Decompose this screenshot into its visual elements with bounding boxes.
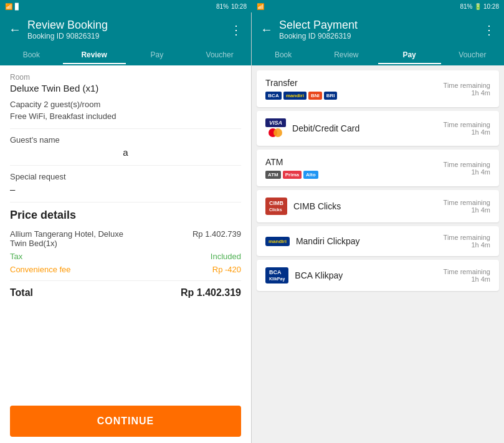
payment-name-card: Debit/Credit Card	[292, 123, 359, 133]
header-title-group-left: Review Booking Booking ID 90826319	[27, 19, 224, 40]
total-label: Total	[10, 287, 33, 298]
divider-3	[10, 202, 241, 202]
atm-logo: ATM	[265, 171, 281, 179]
guest-name-value: a	[10, 147, 241, 158]
payment-item-left-bca: BCAKlikPay BCA Klikpay	[265, 267, 343, 283]
time-left: 10:28	[231, 3, 247, 10]
payment-item-left-transfer: Transfer BCA mandiri BNI BRI	[265, 78, 337, 100]
payment-list: Transfer BCA mandiri BNI BRI Time remain…	[252, 65, 504, 443]
time-value-cimb: 1h 4m	[444, 206, 490, 214]
payment-name-cimb: CIMB Clicks	[293, 201, 341, 211]
battery-left: 81%	[216, 3, 229, 10]
time-label-cimb: Time remaining	[444, 199, 490, 206]
breadcrumb-pay-left: Pay	[126, 47, 189, 64]
time-value-bca: 1h 4m	[444, 275, 490, 283]
breadcrumb-review-left: Review	[63, 47, 126, 64]
right-header: ← Select Payment Booking ID 90826319 ⋮	[252, 12, 504, 47]
payment-item-transfer[interactable]: Transfer BCA mandiri BNI BRI Time remain…	[257, 70, 499, 107]
total-value: Rp 1.402.319	[181, 287, 241, 298]
payment-item-left-mandiri: mandiri Mandiri Clickpay	[265, 236, 360, 246]
card-logos: VISA	[265, 118, 286, 138]
bca-logo: BCA	[265, 92, 282, 100]
payment-time-atm: Time remaining 1h 4m	[444, 161, 490, 176]
continue-button-container: CONTINUE	[0, 399, 251, 443]
left-header-subtitle: Booking ID 90826319	[27, 32, 224, 40]
status-bar-right-left: 81% 10:28	[216, 3, 247, 10]
left-breadcrumb: Book Review Pay Voucher	[0, 47, 251, 65]
time-label-transfer: Time remaining	[444, 82, 490, 89]
special-request-label: Special request	[10, 172, 241, 181]
payment-time-cimb: Time remaining 1h 4m	[444, 199, 490, 214]
payment-item-left-card: VISA Debit/Credit Card	[265, 118, 359, 138]
cimb-logo: CIMBClicks	[265, 198, 287, 215]
time-value-atm: 1h 4m	[444, 168, 490, 176]
signal-icon: 📶	[5, 3, 12, 10]
payment-name-transfer: Transfer	[265, 78, 337, 88]
right-header-subtitle: Booking ID 90826319	[279, 32, 477, 40]
room-capacity: Capacity 2 guest(s)/room	[10, 100, 241, 109]
price-row-1: Tax Included	[10, 252, 241, 261]
bni-logo: BNI	[308, 92, 322, 100]
payment-item-mandiri[interactable]: mandiri Mandiri Clickpay Time remaining …	[257, 226, 499, 256]
time-label-bca: Time remaining	[444, 268, 490, 275]
status-bar-right-right: Select Payment 81% 🔋 10:28	[460, 3, 499, 10]
bca-klik-logo: BCAKlikPay	[265, 267, 288, 283]
payment-logos-atm: ATM Prima Alto	[265, 171, 318, 179]
status-bar-left-right: 📶	[257, 3, 264, 10]
left-header-title: Review Booking	[27, 19, 224, 32]
header-title-group-right: Select Payment Booking ID 90826319	[279, 19, 477, 40]
divider-2	[10, 165, 241, 166]
continue-button[interactable]: CONTINUE	[10, 406, 241, 437]
breadcrumb-review-right: Review	[315, 47, 378, 64]
payment-item-left-cimb: CIMBClicks CIMB Clicks	[265, 198, 341, 215]
back-button-left[interactable]: ←	[9, 22, 21, 37]
breadcrumb-book-right: Book	[252, 47, 315, 64]
room-name: Deluxe Twin Bed (x1)	[10, 83, 241, 93]
wifi-icon: ▊	[15, 3, 20, 10]
payment-logos-transfer: BCA mandiri BNI BRI	[265, 92, 337, 100]
payment-item-card[interactable]: VISA Debit/Credit Card Time remaining 1h…	[257, 111, 499, 146]
payment-item-cimb[interactable]: CIMBClicks CIMB Clicks Time remaining 1h…	[257, 190, 499, 222]
bri-logo: BRI	[324, 92, 338, 100]
time-value-card: 1h 4m	[444, 128, 490, 136]
payment-item-left-atm: ATM ATM Prima Alto	[265, 157, 318, 179]
payment-item-atm[interactable]: ATM ATM Prima Alto Time remaining 1h 4m	[257, 150, 499, 186]
time-label-atm: Time remaining	[444, 161, 490, 168]
right-breadcrumb: Book Review Pay Voucher	[252, 47, 504, 65]
payment-name-atm: ATM	[265, 157, 318, 167]
payment-item-bca[interactable]: BCAKlikPay BCA Klikpay Time remaining 1h…	[257, 260, 499, 291]
mc-logo	[269, 128, 283, 138]
breadcrumb-pay-right: Pay	[378, 47, 441, 64]
payment-time-card: Time remaining 1h 4m	[444, 121, 490, 136]
price-row-0: Allium Tangerang Hotel, Deluxe Twin Bed(…	[10, 229, 241, 248]
divider-1	[10, 128, 241, 129]
time-value-mandiri: 1h 4m	[444, 241, 490, 249]
payment-name-bca: BCA Klikpay	[295, 270, 343, 280]
more-menu-left[interactable]: ⋮	[230, 22, 242, 37]
time-label-card: Time remaining	[444, 121, 490, 128]
payment-name-mandiri: Mandiri Clickpay	[296, 236, 360, 246]
mandiri-logo: mandiri	[283, 92, 307, 100]
payment-time-bca: Time remaining 1h 4m	[444, 268, 490, 283]
left-content: Room Deluxe Twin Bed (x1) Capacity 2 gue…	[0, 65, 251, 399]
special-request-value: –	[10, 184, 241, 194]
price-label-2: Convenience fee	[10, 265, 71, 274]
left-header: ← Review Booking Booking ID 90826319 ⋮	[0, 12, 251, 47]
breadcrumb-book-left: Book	[0, 47, 63, 64]
guest-name-label: Guest's name	[10, 135, 241, 145]
time-value-transfer: 1h 4m	[444, 89, 490, 97]
back-button-right[interactable]: ←	[260, 22, 273, 37]
time-label-mandiri: Time remaining	[444, 234, 490, 241]
left-panel: ← Review Booking Booking ID 90826319 ⋮ B…	[0, 12, 252, 443]
price-row-2: Convenience fee Rp -420	[10, 265, 241, 274]
prima-logo: Prima	[283, 171, 302, 179]
payment-time-transfer: Time remaining 1h 4m	[444, 82, 490, 97]
divider-total	[10, 280, 241, 281]
right-panel: ← Select Payment Booking ID 90826319 ⋮ B…	[252, 12, 504, 443]
price-value-1: Included	[211, 252, 241, 261]
breadcrumb-voucher-left: Voucher	[188, 47, 251, 64]
alto-logo: Alto	[303, 171, 318, 179]
price-value-0: Rp 1.402.739	[193, 229, 241, 239]
more-menu-right[interactable]: ⋮	[483, 22, 495, 37]
total-row: Total Rp 1.402.319	[10, 287, 241, 298]
